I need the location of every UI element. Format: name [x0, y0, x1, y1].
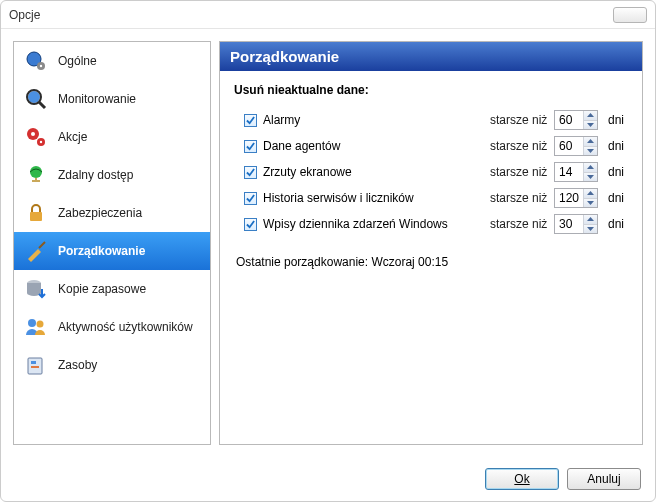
content-body: Usuń nieaktualne dane: Alarmy starsze ni…	[220, 71, 642, 281]
sidebar-item-useractivity[interactable]: Aktywność użytkowników	[14, 308, 210, 346]
svg-point-3	[40, 65, 42, 67]
svg-point-4	[28, 91, 40, 103]
row-alarms: Alarmy starsze niż dni	[234, 107, 628, 133]
content-panel: Porządkowanie Usuń nieaktualne dane: Ala…	[219, 41, 643, 445]
spinner-down-icon[interactable]	[584, 147, 597, 156]
older-label: starsze niż	[490, 217, 548, 231]
sidebar-item-resources[interactable]: Zasoby	[14, 346, 210, 384]
spinner-history	[554, 188, 598, 208]
checkbox-screenshots[interactable]	[244, 166, 257, 179]
sidebar-item-label: Kopie zapasowe	[58, 282, 146, 296]
spinner-up-icon[interactable]	[584, 163, 597, 173]
titlebar: Opcje	[1, 1, 655, 29]
status-value: Wczoraj 00:15	[371, 255, 448, 269]
checkbox-alarms[interactable]	[244, 114, 257, 127]
spinner-screenshots	[554, 162, 598, 182]
row-label: Dane agentów	[263, 139, 484, 153]
lock-icon	[24, 201, 48, 225]
row-history: Historia serwisów i liczników starsze ni…	[234, 185, 628, 211]
older-label: starsze niż	[490, 191, 548, 205]
sidebar-item-label: Ogólne	[58, 54, 97, 68]
svg-rect-20	[31, 361, 36, 364]
spinner-up-icon[interactable]	[584, 111, 597, 121]
magnifier-globe-icon	[24, 87, 48, 111]
gears-icon	[24, 125, 48, 149]
sidebar-item-actions[interactable]: Akcje	[14, 118, 210, 156]
sidebar-item-remote[interactable]: Zdalny dostęp	[14, 156, 210, 194]
spinner-down-icon[interactable]	[584, 121, 597, 130]
unit-label: dni	[604, 113, 628, 127]
sidebar-item-backups[interactable]: Kopie zapasowe	[14, 270, 210, 308]
footer: Ok Anuluj	[1, 457, 655, 501]
window-title: Opcje	[9, 8, 613, 22]
sidebar-item-label: Zasoby	[58, 358, 97, 372]
spinner-up-icon[interactable]	[584, 215, 597, 225]
svg-line-15	[39, 242, 45, 248]
spinner-down-icon[interactable]	[584, 199, 597, 208]
users-icon	[24, 315, 48, 339]
svg-rect-13	[35, 178, 37, 181]
sidebar-item-general[interactable]: Ogólne	[14, 42, 210, 80]
sidebar-item-security[interactable]: Zabezpieczenia	[14, 194, 210, 232]
spinner-up-icon[interactable]	[584, 189, 597, 199]
content-title: Porządkowanie	[220, 42, 642, 71]
svg-point-18	[37, 321, 44, 328]
older-label: starsze niż	[490, 139, 548, 153]
sidebar-item-monitoring[interactable]: Monitorowanie	[14, 80, 210, 118]
svg-line-6	[39, 102, 45, 108]
last-cleanup-status: Ostatnie porządkowanie: Wczoraj 00:15	[236, 255, 628, 269]
spinner-input-history[interactable]	[555, 189, 583, 207]
older-label: starsze niż	[490, 113, 548, 127]
checkbox-history[interactable]	[244, 192, 257, 205]
spinner-arrows	[583, 163, 597, 181]
globe-stand-icon	[24, 163, 48, 187]
row-eventlog: Wpisy dziennika zdarzeń Windows starsze …	[234, 211, 628, 237]
row-label: Historia serwisów i liczników	[263, 191, 484, 205]
spinner-input-agents[interactable]	[555, 137, 583, 155]
spinner-down-icon[interactable]	[584, 173, 597, 182]
broom-icon	[24, 239, 48, 263]
spinner-arrows	[583, 189, 597, 207]
spinner-input-screenshots[interactable]	[555, 163, 583, 181]
unit-label: dni	[604, 165, 628, 179]
window-body: Ogólne Monitorowanie Akcje Zdalny dostęp	[1, 29, 655, 457]
checkbox-eventlog[interactable]	[244, 218, 257, 231]
status-prefix: Ostatnie porządkowanie:	[236, 255, 371, 269]
sidebar-item-label: Porządkowanie	[58, 244, 145, 258]
spinner-up-icon[interactable]	[584, 137, 597, 147]
svg-point-10	[40, 141, 42, 143]
spinner-input-eventlog[interactable]	[555, 215, 583, 233]
spinner-down-icon[interactable]	[584, 225, 597, 234]
spinner-arrows	[583, 215, 597, 233]
row-label: Zrzuty ekranowe	[263, 165, 484, 179]
unit-label: dni	[604, 139, 628, 153]
sidebar-item-cleanup[interactable]: Porządkowanie	[14, 232, 210, 270]
database-arrow-icon	[24, 277, 48, 301]
sidebar-item-label: Zabezpieczenia	[58, 206, 142, 220]
svg-rect-21	[31, 366, 39, 368]
spinner-arrows	[583, 111, 597, 129]
ok-button[interactable]: Ok	[485, 468, 559, 490]
cancel-label: Anuluj	[587, 472, 620, 486]
sidebar-item-label: Aktywność użytkowników	[58, 320, 193, 334]
sidebar: Ogólne Monitorowanie Akcje Zdalny dostęp	[13, 41, 211, 445]
spinner-arrows	[583, 137, 597, 155]
spinner-input-alarms[interactable]	[555, 111, 583, 129]
unit-label: dni	[604, 191, 628, 205]
svg-point-8	[31, 132, 35, 136]
window-close-button[interactable]	[613, 7, 647, 23]
svg-rect-14	[30, 212, 42, 221]
svg-point-11	[30, 166, 42, 178]
options-window: Opcje Ogólne Monitorowanie	[0, 0, 656, 502]
row-label: Alarmy	[263, 113, 484, 127]
sidebar-item-label: Monitorowanie	[58, 92, 136, 106]
spinner-alarms	[554, 110, 598, 130]
checkbox-agents[interactable]	[244, 140, 257, 153]
cancel-button[interactable]: Anuluj	[567, 468, 641, 490]
row-screenshots: Zrzuty ekranowe starsze niż dni	[234, 159, 628, 185]
svg-point-17	[28, 319, 36, 327]
row-label: Wpisy dziennika zdarzeń Windows	[263, 217, 484, 231]
sidebar-item-label: Zdalny dostęp	[58, 168, 133, 182]
spinner-agents	[554, 136, 598, 156]
ok-label: Ok	[514, 472, 529, 486]
